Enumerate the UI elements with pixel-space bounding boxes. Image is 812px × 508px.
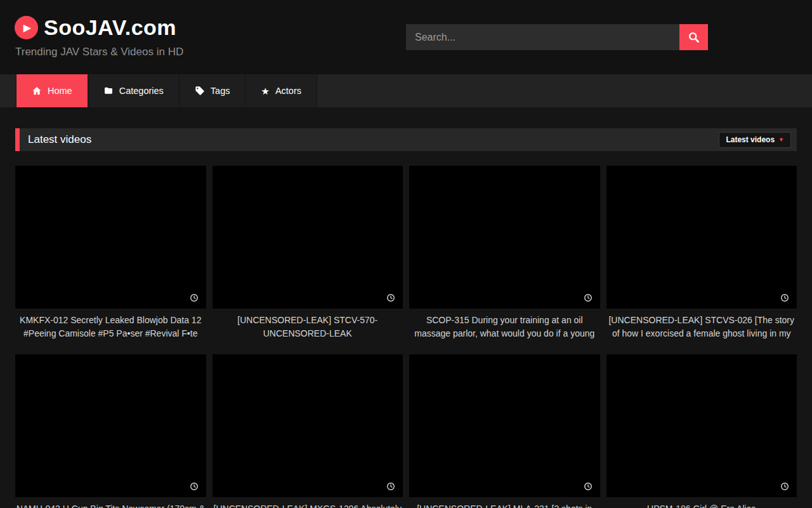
caret-down-icon: ▼ bbox=[778, 137, 784, 143]
sort-dropdown-label: Latest videos bbox=[726, 135, 775, 144]
video-title[interactable]: NAMH-042 H Cup Big Tits Newcomer (170cm … bbox=[15, 502, 206, 508]
video-card[interactable]: [UNCENSORED-LEAK] STCVS-026 [The story o… bbox=[606, 166, 797, 340]
sort-dropdown[interactable]: Latest videos ▼ bbox=[719, 132, 791, 148]
main-content: Latest videos Latest videos ▼ KMKFX-012 … bbox=[0, 128, 812, 508]
main-nav: Home Categories Tags ★ Actors bbox=[0, 74, 812, 107]
video-title[interactable]: UPSM-186 Girl @ Era Alice bbox=[606, 502, 797, 508]
search-input[interactable] bbox=[406, 24, 679, 50]
video-thumbnail[interactable] bbox=[15, 354, 206, 497]
clock-icon bbox=[780, 482, 789, 491]
clock-icon bbox=[386, 482, 395, 491]
home-icon bbox=[32, 86, 42, 96]
section-title: Latest videos bbox=[28, 133, 91, 146]
clock-icon bbox=[780, 293, 789, 302]
clock-icon bbox=[386, 293, 395, 302]
video-title[interactable]: SCOP-315 During your training at an oil … bbox=[409, 314, 600, 340]
search-icon bbox=[688, 31, 700, 43]
video-thumbnail[interactable] bbox=[213, 166, 403, 309]
star-icon: ★ bbox=[261, 86, 269, 96]
clock-icon bbox=[190, 293, 199, 302]
video-title[interactable]: [UNCENSORED-LEAK] STCVS-026 [The story o… bbox=[606, 314, 797, 340]
video-card[interactable]: SCOP-315 During your training at an oil … bbox=[409, 166, 600, 340]
nav-item-tags[interactable]: Tags bbox=[180, 74, 246, 107]
clock-icon bbox=[190, 482, 199, 491]
video-card[interactable]: [UNCENSORED-LEAK] MXGS-1296 Absolutely bbox=[213, 354, 403, 508]
video-thumbnail[interactable] bbox=[15, 166, 206, 309]
section-header: Latest videos Latest videos ▼ bbox=[15, 128, 797, 151]
video-thumbnail[interactable] bbox=[409, 166, 600, 309]
video-title[interactable]: [UNCENSORED-LEAK] MXGS-1296 Absolutely bbox=[213, 502, 403, 508]
search-button[interactable] bbox=[679, 24, 708, 50]
nav-item-categories[interactable]: Categories bbox=[88, 74, 180, 107]
nav-item-label: Categories bbox=[119, 86, 164, 96]
video-card[interactable]: [UNCENSORED-LEAK] STCV-570-UNCENSORED-LE… bbox=[213, 166, 403, 340]
nav-item-label: Home bbox=[48, 86, 72, 96]
tag-icon bbox=[195, 86, 205, 96]
folder-icon bbox=[103, 86, 114, 96]
clock-icon bbox=[584, 482, 593, 491]
site-logo[interactable]: ▶ SooJAV.com bbox=[15, 15, 176, 40]
video-thumbnail[interactable] bbox=[606, 166, 797, 309]
video-title[interactable]: KMKFX-012 Secretly Leaked Blowjob Data 1… bbox=[15, 314, 206, 340]
video-card[interactable]: KMKFX-012 Secretly Leaked Blowjob Data 1… bbox=[15, 166, 206, 340]
nav-item-label: Actors bbox=[275, 86, 301, 96]
video-title[interactable]: [UNCENSORED-LEAK] STCV-570-UNCENSORED-LE… bbox=[213, 314, 403, 340]
site-name: SooJAV.com bbox=[44, 15, 176, 40]
video-title[interactable]: [UNCENSORED-LEAK] MLA-231 [3 shots in bbox=[409, 502, 600, 508]
video-thumbnail[interactable] bbox=[213, 354, 403, 497]
nav-item-label: Tags bbox=[211, 86, 230, 96]
video-thumbnail[interactable] bbox=[409, 354, 600, 497]
video-card[interactable]: UPSM-186 Girl @ Era Alice bbox=[606, 354, 797, 508]
site-tagline: Trending JAV Stars & Videos in HD bbox=[15, 46, 183, 58]
clock-icon bbox=[584, 293, 593, 302]
search-form bbox=[406, 24, 708, 50]
video-thumbnail[interactable] bbox=[606, 354, 797, 497]
video-card[interactable]: NAMH-042 H Cup Big Tits Newcomer (170cm … bbox=[15, 354, 206, 508]
play-icon: ▶ bbox=[15, 16, 38, 39]
nav-item-actors[interactable]: ★ Actors bbox=[246, 74, 317, 107]
video-grid: KMKFX-012 Secretly Leaked Blowjob Data 1… bbox=[15, 166, 797, 508]
site-header: ▶ SooJAV.com Trending JAV Stars & Videos… bbox=[0, 0, 812, 74]
nav-item-home[interactable]: Home bbox=[16, 74, 88, 107]
video-card[interactable]: [UNCENSORED-LEAK] MLA-231 [3 shots in bbox=[409, 354, 600, 508]
